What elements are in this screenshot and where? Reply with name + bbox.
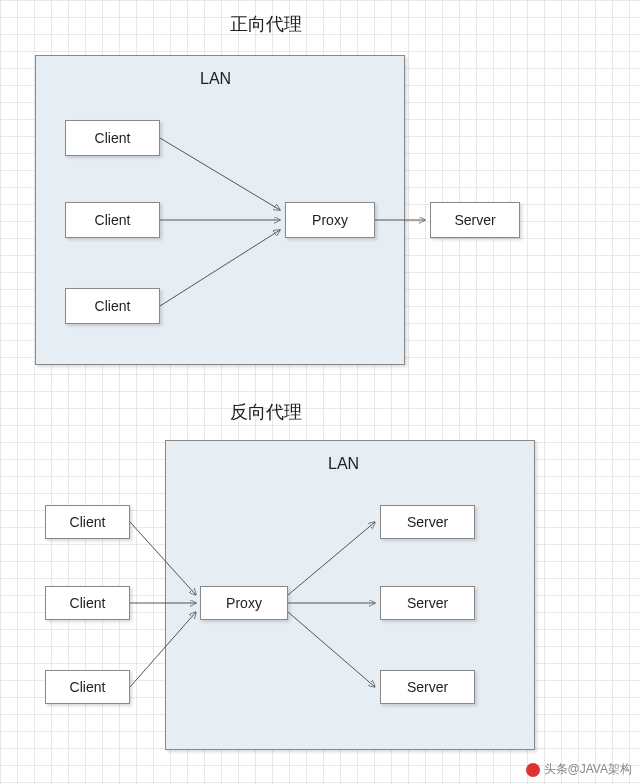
reverse-proxy: Proxy xyxy=(200,586,288,620)
reverse-client-3: Client xyxy=(45,670,130,704)
forward-server: Server xyxy=(430,202,520,238)
forward-title: 正向代理 xyxy=(230,12,302,36)
forward-client-3: Client xyxy=(65,288,160,324)
reverse-server-2: Server xyxy=(380,586,475,620)
forward-client-1: Client xyxy=(65,120,160,156)
forward-proxy: Proxy xyxy=(285,202,375,238)
reverse-server-3: Server xyxy=(380,670,475,704)
forward-client-2: Client xyxy=(65,202,160,238)
watermark: 头条@JAVA架构 xyxy=(526,761,632,778)
forward-lan-label: LAN xyxy=(200,70,231,88)
watermark-text: 头条@JAVA架构 xyxy=(544,761,632,778)
reverse-server-1: Server xyxy=(380,505,475,539)
watermark-icon xyxy=(526,763,540,777)
reverse-client-2: Client xyxy=(45,586,130,620)
reverse-title: 反向代理 xyxy=(230,400,302,424)
reverse-client-1: Client xyxy=(45,505,130,539)
reverse-lan-label: LAN xyxy=(328,455,359,473)
